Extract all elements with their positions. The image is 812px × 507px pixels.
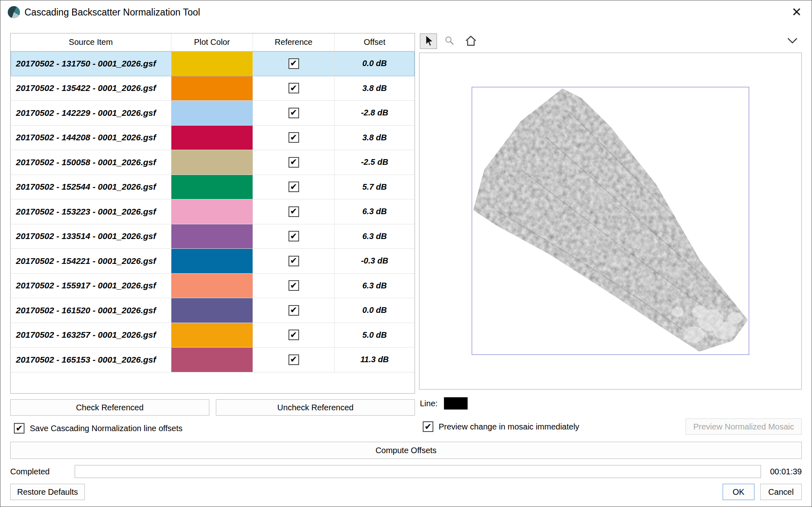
table-row[interactable]: 20170502 - 154221 - 0001_2026.gsf ✔ -0.3… — [11, 249, 415, 274]
restore-defaults-button[interactable]: Restore Defaults — [10, 484, 85, 500]
reference-checkbox[interactable]: ✔ — [288, 83, 299, 93]
offset-cell[interactable]: 5.7 dB — [335, 175, 415, 200]
plot-color-swatch[interactable] — [171, 224, 253, 249]
uncheck-referenced-button[interactable]: Uncheck Referenced — [216, 399, 415, 416]
table-row[interactable]: 20170502 - 153223 - 0001_2026.gsf ✔ 6.3 … — [11, 199, 415, 224]
table-row[interactable]: 20170502 - 133514 - 0001_2026.gsf ✔ 6.3 … — [11, 224, 415, 249]
source-item-cell[interactable]: 20170502 - 142229 - 0001_2026.gsf — [11, 101, 171, 126]
source-item-cell[interactable]: 20170502 - 133514 - 0001_2026.gsf — [11, 224, 171, 249]
source-item-cell[interactable]: 20170502 - 144208 - 0001_2026.gsf — [11, 126, 171, 151]
plot-color-swatch[interactable] — [171, 150, 253, 175]
mosaic-preview-canvas[interactable] — [419, 53, 802, 390]
source-item-cell[interactable]: 20170502 - 152544 - 0001_2026.gsf — [11, 175, 171, 200]
table-row[interactable]: 20170502 - 155917 - 0001_2026.gsf ✔ 6.3 … — [11, 274, 415, 299]
check-icon: ✔ — [290, 330, 297, 339]
plot-color-swatch[interactable] — [171, 175, 253, 200]
reference-checkbox[interactable]: ✔ — [288, 256, 299, 266]
ok-button[interactable]: OK — [723, 484, 754, 500]
reference-checkbox[interactable]: ✔ — [288, 132, 299, 143]
reference-checkbox[interactable]: ✔ — [288, 354, 299, 365]
offset-cell[interactable]: 0.0 dB — [335, 298, 415, 323]
collapse-panel-button[interactable] — [786, 37, 799, 46]
reference-cell: ✔ — [253, 323, 335, 348]
offset-cell[interactable]: 6.3 dB — [335, 224, 415, 249]
offset-cell[interactable]: 3.8 dB — [335, 126, 415, 151]
reference-checkbox[interactable]: ✔ — [288, 182, 299, 192]
table-row[interactable]: 20170502 - 163257 - 0001_2026.gsf ✔ 5.0 … — [11, 323, 415, 348]
column-header-plot-color[interactable]: Plot Color — [171, 33, 253, 51]
check-icon: ✔ — [424, 422, 432, 431]
reference-cell: ✔ — [253, 51, 335, 76]
offset-cell[interactable]: -0.3 dB — [335, 249, 415, 274]
plot-color-swatch[interactable] — [171, 101, 253, 126]
column-header-offset[interactable]: Offset — [335, 33, 415, 51]
table-row[interactable]: 20170502 - 152544 - 0001_2026.gsf ✔ 5.7 … — [11, 175, 415, 200]
reference-cell: ✔ — [253, 175, 335, 200]
check-referenced-button[interactable]: Check Referenced — [10, 399, 209, 416]
elapsed-time: 00:01:39 — [770, 467, 802, 476]
plot-color-swatch[interactable] — [171, 51, 253, 76]
close-button[interactable]: ✕ — [792, 6, 802, 18]
source-item-cell[interactable]: 20170502 - 150058 - 0001_2026.gsf — [11, 150, 171, 175]
check-icon: ✔ — [290, 108, 297, 117]
source-item-cell[interactable]: 20170502 - 135422 - 0001_2026.gsf — [11, 76, 171, 101]
table-row[interactable]: 20170502 - 165153 - 0001_2026.gsf ✔ 11.3… — [11, 348, 415, 372]
source-item-cell[interactable]: 20170502 - 131750 - 0001_2026.gsf — [11, 51, 171, 76]
cancel-button[interactable]: Cancel — [760, 484, 802, 500]
source-item-cell[interactable]: 20170502 - 163257 - 0001_2026.gsf — [11, 323, 171, 348]
reference-checkbox[interactable]: ✔ — [288, 206, 299, 217]
offset-cell[interactable]: 0.0 dB — [335, 51, 415, 76]
table-row[interactable]: 20170502 - 161520 - 0001_2026.gsf ✔ 0.0 … — [11, 298, 415, 323]
check-icon: ✔ — [290, 232, 297, 240]
preview-immediately-checkbox[interactable]: ✔ — [423, 421, 433, 432]
compute-offsets-button[interactable]: Compute Offsets — [10, 442, 802, 459]
table-row[interactable]: 20170502 - 144208 - 0001_2026.gsf ✔ 3.8 … — [11, 126, 415, 151]
plot-color-swatch[interactable] — [171, 323, 253, 348]
reference-checkbox[interactable]: ✔ — [288, 305, 299, 316]
reference-cell: ✔ — [253, 249, 335, 274]
plot-color-swatch[interactable] — [171, 274, 253, 299]
cursor-tool-button[interactable] — [420, 33, 437, 49]
plot-color-swatch[interactable] — [171, 199, 253, 224]
offset-cell[interactable]: 6.3 dB — [335, 199, 415, 224]
plot-color-swatch[interactable] — [171, 249, 253, 274]
plot-color-swatch[interactable] — [171, 348, 253, 372]
reference-checkbox[interactable]: ✔ — [288, 330, 299, 340]
offset-cell[interactable]: 3.8 dB — [335, 76, 415, 101]
reference-checkbox[interactable]: ✔ — [288, 58, 299, 69]
window-title: Cascading Backscatter Normalization Tool — [24, 7, 200, 18]
table-row[interactable]: 20170502 - 131750 - 0001_2026.gsf ✔ 0.0 … — [11, 51, 415, 76]
table-row[interactable]: 20170502 - 142229 - 0001_2026.gsf ✔ -2.8… — [11, 101, 415, 126]
reference-checkbox[interactable]: ✔ — [288, 280, 299, 291]
reference-cell: ✔ — [253, 298, 335, 323]
source-item-cell[interactable]: 20170502 - 165153 - 0001_2026.gsf — [11, 348, 171, 372]
zoom-tool-button[interactable] — [441, 33, 458, 49]
preview-normalized-mosaic-button[interactable]: Preview Normalized Mosaic — [686, 418, 802, 435]
source-item-cell[interactable]: 20170502 - 161520 - 0001_2026.gsf — [11, 298, 171, 323]
table-row[interactable]: 20170502 - 135422 - 0001_2026.gsf ✔ 3.8 … — [11, 76, 415, 101]
offset-cell[interactable]: -2.5 dB — [335, 150, 415, 175]
source-item-cell[interactable]: 20170502 - 155917 - 0001_2026.gsf — [11, 274, 171, 299]
offset-cell[interactable]: 6.3 dB — [335, 274, 415, 299]
source-item-cell[interactable]: 20170502 - 153223 - 0001_2026.gsf — [11, 199, 171, 224]
save-offsets-checkbox[interactable]: ✔ — [14, 423, 24, 434]
column-header-reference[interactable]: Reference — [253, 33, 335, 51]
check-icon: ✔ — [290, 207, 297, 215]
line-color-swatch[interactable] — [444, 397, 468, 410]
offset-cell[interactable]: -2.8 dB — [335, 101, 415, 126]
plot-color-swatch[interactable] — [171, 298, 253, 323]
reference-checkbox[interactable]: ✔ — [288, 231, 299, 241]
source-item-cell[interactable]: 20170502 - 154221 - 0001_2026.gsf — [11, 249, 171, 274]
reference-checkbox[interactable]: ✔ — [288, 157, 299, 168]
offset-cell[interactable]: 5.0 dB — [335, 323, 415, 348]
reference-checkbox[interactable]: ✔ — [288, 108, 299, 118]
home-tool-button[interactable] — [462, 33, 479, 49]
table-row[interactable]: 20170502 - 150058 - 0001_2026.gsf ✔ -2.5… — [11, 150, 415, 175]
plot-color-swatch[interactable] — [171, 76, 253, 101]
column-header-source-item[interactable]: Source Item — [11, 33, 171, 51]
check-icon: ✔ — [290, 133, 297, 142]
offset-cell[interactable]: 11.3 dB — [335, 348, 415, 372]
line-label: Line: — [420, 399, 437, 408]
check-icon: ✔ — [16, 424, 23, 432]
plot-color-swatch[interactable] — [171, 126, 253, 151]
